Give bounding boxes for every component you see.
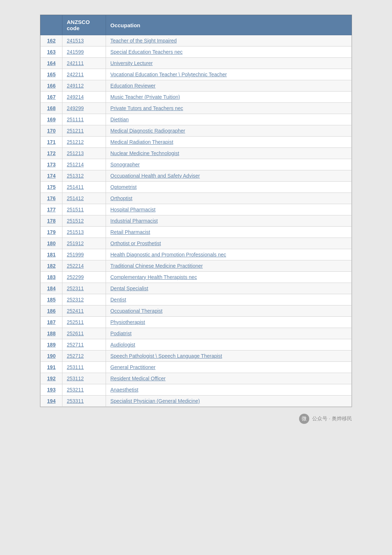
table-row: 176251412Orthoptist <box>41 193 352 204</box>
occupation-name[interactable]: General Practitioner <box>106 362 352 373</box>
row-number: 176 <box>41 193 62 204</box>
anzsco-code[interactable]: 253112 <box>62 373 106 384</box>
anzsco-code[interactable]: 251213 <box>62 148 106 159</box>
anzsco-code[interactable]: 253111 <box>62 362 106 373</box>
occupation-name[interactable]: Speech Pathologist \ Speech Language The… <box>106 351 352 362</box>
table-row: 165242211Vocational Education Teacher \ … <box>41 69 352 80</box>
occupation-name[interactable]: Medical Radiation Therapist <box>106 137 352 148</box>
row-number: 193 <box>41 384 62 396</box>
table-row: 162241513Teacher of the Sight Impaired <box>41 35 352 46</box>
occupation-name[interactable]: Optometrist <box>106 182 352 193</box>
header-occupation[interactable]: Occupation <box>106 15 352 35</box>
row-number: 169 <box>41 114 62 125</box>
anzsco-code[interactable]: 242211 <box>62 69 106 80</box>
row-number: 173 <box>41 159 62 170</box>
occupation-name[interactable]: Private Tutors and Teachers nec <box>106 103 352 114</box>
anzsco-code[interactable]: 251111 <box>62 114 106 125</box>
occupation-name[interactable]: Teacher of the Sight Impaired <box>106 35 352 46</box>
anzsco-code[interactable]: 251511 <box>62 204 106 215</box>
occupation-name[interactable]: Sonographer <box>106 159 352 170</box>
occupation-name[interactable]: Orthotist or Prosthetist <box>106 238 352 249</box>
row-number: 186 <box>41 305 62 317</box>
row-number: 188 <box>41 328 62 339</box>
anzsco-code[interactable]: 249299 <box>62 103 106 114</box>
occupation-name[interactable]: University Lecturer <box>106 58 352 69</box>
occupation-name[interactable]: Hospital Pharmacist <box>106 204 352 215</box>
anzsco-code[interactable]: 252711 <box>62 339 106 351</box>
occupation-name[interactable]: Health Diagnostic and Promotion Professi… <box>106 249 352 260</box>
anzsco-code[interactable]: 251513 <box>62 227 106 238</box>
anzsco-code[interactable]: 251412 <box>62 193 106 204</box>
occupation-name[interactable]: Orthoptist <box>106 193 352 204</box>
anzsco-code[interactable]: 251212 <box>62 137 106 148</box>
table-row: 192253112Resident Medical Officer <box>41 373 352 384</box>
row-number: 167 <box>41 92 62 103</box>
occupation-name[interactable]: Specialist Physician (General Medicine) <box>106 396 352 407</box>
anzsco-code[interactable]: 251999 <box>62 249 106 260</box>
occupation-name[interactable]: Industrial Pharmacist <box>106 215 352 227</box>
anzsco-code[interactable]: 252312 <box>62 294 106 305</box>
row-number: 166 <box>41 80 62 92</box>
occupation-name[interactable]: Retail Pharmacist <box>106 227 352 238</box>
footer-text: 公众号 · 奥烨移民 <box>312 416 352 422</box>
row-number: 162 <box>41 35 62 46</box>
anzsco-code[interactable]: 252311 <box>62 283 106 294</box>
anzsco-code[interactable]: 251912 <box>62 238 106 249</box>
anzsco-code[interactable]: 251411 <box>62 182 106 193</box>
occupation-name[interactable]: Vocational Education Teacher \ Polytechn… <box>106 69 352 80</box>
table-row: 172251213Nuclear Medicine Technologist <box>41 148 352 159</box>
occupation-name[interactable]: Nuclear Medicine Technologist <box>106 148 352 159</box>
anzsco-code[interactable]: 249214 <box>62 92 106 103</box>
row-number: 168 <box>41 103 62 114</box>
header-anzsco[interactable]: ANZSCO code <box>62 15 106 35</box>
row-number: 172 <box>41 148 62 159</box>
anzsco-code[interactable]: 252611 <box>62 328 106 339</box>
occupation-name[interactable]: Podiatrist <box>106 328 352 339</box>
anzsco-code[interactable]: 252712 <box>62 351 106 362</box>
row-number: 194 <box>41 396 62 407</box>
anzsco-code[interactable]: 252214 <box>62 260 106 272</box>
anzsco-code[interactable]: 253311 <box>62 396 106 407</box>
anzsco-code[interactable]: 252299 <box>62 272 106 283</box>
table-row: 171251212Medical Radiation Therapist <box>41 137 352 148</box>
occupation-name[interactable]: Dentist <box>106 294 352 305</box>
table-row: 169251111Dietitian <box>41 114 352 125</box>
occupation-name[interactable]: Anaesthetist <box>106 384 352 396</box>
row-number: 191 <box>41 362 62 373</box>
anzsco-code[interactable]: 241513 <box>62 35 106 46</box>
occupation-name[interactable]: Occupational Therapist <box>106 305 352 317</box>
occupation-name[interactable]: Special Education Teachers nec <box>106 46 352 58</box>
table-row: 189252711Audiologist <box>41 339 352 351</box>
occupation-name[interactable]: Education Reviewer <box>106 80 352 92</box>
anzsco-code[interactable]: 251214 <box>62 159 106 170</box>
anzsco-code[interactable]: 242111 <box>62 58 106 69</box>
occupation-name[interactable]: Dental Specialist <box>106 283 352 294</box>
table-row: 190252712Speech Pathologist \ Speech Lan… <box>41 351 352 362</box>
anzsco-code[interactable]: 251211 <box>62 125 106 137</box>
wechat-icon: 微 <box>299 414 309 424</box>
anzsco-code[interactable]: 251512 <box>62 215 106 227</box>
anzsco-code[interactable]: 252411 <box>62 305 106 317</box>
occupation-name[interactable]: Music Teacher (Private Tuition) <box>106 92 352 103</box>
anzsco-code[interactable]: 241599 <box>62 46 106 58</box>
table-header-row: ANZSCO code Occupation <box>41 15 352 35</box>
row-number: 177 <box>41 204 62 215</box>
occupation-name[interactable]: Physiotherapist <box>106 317 352 328</box>
row-number: 190 <box>41 351 62 362</box>
occupation-name[interactable]: Medical Diagnostic Radiographer <box>106 125 352 137</box>
occupation-name[interactable]: Resident Medical Officer <box>106 373 352 384</box>
anzsco-code[interactable]: 249112 <box>62 80 106 92</box>
anzsco-code[interactable]: 251312 <box>62 170 106 182</box>
row-number: 187 <box>41 317 62 328</box>
occupation-name[interactable]: Dietitian <box>106 114 352 125</box>
occupation-name[interactable]: Audiologist <box>106 339 352 351</box>
table-row: 179251513Retail Pharmacist <box>41 227 352 238</box>
row-number: 185 <box>41 294 62 305</box>
row-number: 170 <box>41 125 62 137</box>
occupation-name[interactable]: Occupational Health and Safety Adviser <box>106 170 352 182</box>
occupation-name[interactable]: Traditional Chinese Medicine Practitione… <box>106 260 352 272</box>
table-row: 193253211Anaesthetist <box>41 384 352 396</box>
anzsco-code[interactable]: 253211 <box>62 384 106 396</box>
anzsco-code[interactable]: 252511 <box>62 317 106 328</box>
occupation-name[interactable]: Complementary Health Therapists nec <box>106 272 352 283</box>
